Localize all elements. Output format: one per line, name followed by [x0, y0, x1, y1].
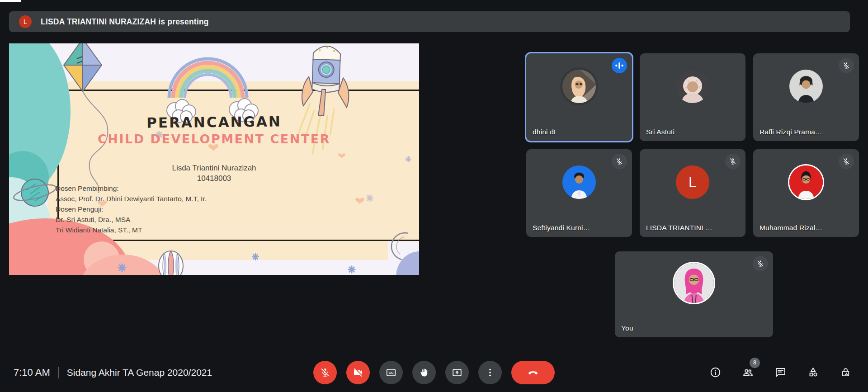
avatar — [562, 165, 596, 199]
mic-off-badge — [612, 154, 627, 169]
participant-name: dhini dt — [533, 128, 556, 136]
avatar — [674, 263, 714, 303]
call-controls: CC — [313, 353, 555, 392]
presentation-area[interactable]: PERANCANGAN CHILD DEVELOPMENT CENTER Lis… — [9, 43, 419, 275]
mic-toggle-button[interactable] — [313, 361, 337, 384]
mic-off-badge — [753, 256, 768, 271]
host-controls-button[interactable] — [836, 364, 854, 382]
presenting-banner-text: LISDA TRIANTINI NURAZIZAH is presenting — [41, 17, 209, 27]
participant-tile-seftiyandi[interactable]: Seftiyandi Kurni… — [526, 149, 632, 237]
examiner-label: Dosen Penguji: — [56, 204, 207, 214]
participant-count-badge: 8 — [750, 358, 760, 368]
meeting-panels: 8 — [706, 353, 854, 392]
avatar: L — [676, 165, 709, 199]
advisor-name: Assoc, Prof. Dr. Dhini Dewiyanti Tantart… — [56, 194, 207, 204]
participant-name: LISDA TRIANTINI … — [646, 224, 712, 232]
camera-toggle-button[interactable] — [346, 361, 370, 384]
divider — [58, 367, 59, 378]
meet-window: L LISDA TRIANTINI NURAZIZAH is presentin… — [0, 0, 868, 392]
participant-name: Sri Astuti — [646, 128, 675, 136]
info-button[interactable] — [706, 364, 724, 382]
mic-off-badge — [839, 154, 854, 169]
participant-tile-lisda[interactable]: L LISDA TRIANTINI … — [640, 149, 745, 237]
meeting-info: 7:10 AM Sidang Akhir TA Genap 2020/2021 — [14, 353, 212, 392]
participant-tile-muhammad[interactable]: Muhammad Rizal… — [753, 149, 859, 237]
participant-tile-dhini[interactable]: dhini dt — [526, 53, 632, 141]
presenter-avatar: L — [19, 15, 32, 28]
people-button[interactable]: 8 — [739, 364, 757, 382]
meeting-name: Sidang Akhir TA Genap 2020/2021 — [67, 367, 212, 378]
raise-hand-button[interactable] — [412, 361, 436, 384]
participant-name: Muhammad Rizal… — [760, 224, 822, 232]
participant-name: Seftiyandi Kurni… — [533, 224, 590, 232]
captions-button[interactable]: CC — [379, 361, 403, 384]
participant-tile-you[interactable]: You — [615, 251, 773, 337]
participant-tile-sri-astuti[interactable]: Sri Astuti — [640, 53, 745, 141]
presenting-banner: L LISDA TRIANTINI NURAZIZAH is presentin… — [9, 11, 850, 32]
avatar — [562, 70, 596, 103]
examiner-2: Tri Widianti Natalia, ST., MT — [56, 225, 207, 235]
activities-button[interactable] — [804, 364, 822, 382]
window-artifact — [0, 0, 21, 2]
participant-name: You — [621, 324, 633, 332]
avatar — [676, 70, 709, 103]
avatar — [789, 70, 823, 103]
mic-off-badge — [725, 154, 741, 169]
mic-off-badge — [839, 58, 854, 73]
participant-name: Rafli Rizqi Prama… — [760, 128, 822, 136]
slide-presenter-name: Lisda Triantini Nurazizah — [9, 164, 419, 173]
examiner-1: Dr. Sri Astuti, Dra., MSA — [56, 214, 207, 225]
cc-label: CC — [389, 371, 394, 375]
bottom-bar: 7:10 AM Sidang Akhir TA Genap 2020/2021 … — [0, 353, 868, 392]
end-call-button[interactable] — [511, 361, 555, 384]
clock: 7:10 AM — [14, 367, 50, 378]
slide-presenter-id: 10418003 — [9, 174, 419, 183]
audio-level-indicator — [612, 58, 627, 73]
slide-committee-block: Dosen Pembimbing: Assoc, Prof. Dr. Dhini… — [56, 183, 207, 235]
present-screen-button[interactable] — [445, 361, 469, 384]
avatar — [789, 165, 823, 199]
participant-tile-rafli[interactable]: Rafli Rizqi Prama… — [753, 53, 859, 141]
slide-card-corner — [388, 241, 419, 275]
chat-button[interactable] — [771, 364, 789, 382]
slide-subtitle: CHILD DEVELOPMENT CENTER — [9, 132, 419, 146]
more-options-button[interactable] — [478, 361, 502, 384]
advisor-label: Dosen Pembimbing: — [56, 183, 207, 194]
